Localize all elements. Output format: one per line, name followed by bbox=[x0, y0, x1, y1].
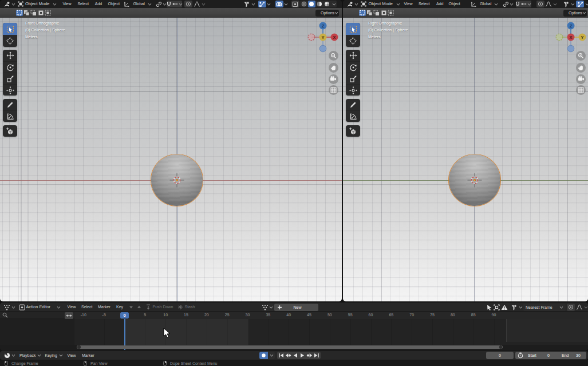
dopesheet-mode-chevron[interactable] bbox=[57, 303, 61, 312]
stash-button[interactable] bbox=[177, 303, 183, 312]
push-down-label[interactable]: Push Down bbox=[153, 303, 173, 312]
snap-pivot-button[interactable] bbox=[503, 0, 514, 8]
object-mode-selector[interactable] bbox=[361, 0, 366, 8]
shading-solid-button[interactable] bbox=[308, 1, 316, 7]
perspective-ortho-button[interactable] bbox=[576, 85, 586, 95]
pan-view-button[interactable] bbox=[576, 63, 586, 73]
current-frame-field[interactable]: 0 bbox=[486, 352, 514, 359]
tool-move-button[interactable] bbox=[3, 50, 17, 61]
dopesheet-mode-label[interactable]: Action Editor bbox=[26, 303, 51, 312]
tool-add-cube-button[interactable] bbox=[346, 125, 360, 137]
tool-move-button[interactable] bbox=[346, 50, 360, 61]
tool-rotate-button[interactable] bbox=[346, 61, 360, 73]
transform-orientation-selector[interactable] bbox=[124, 0, 130, 8]
navigation-gizmo[interactable]: Z Y X bbox=[555, 21, 587, 53]
select-mode-extend-button[interactable] bbox=[23, 10, 30, 17]
select-mode-subtract-button[interactable] bbox=[30, 10, 37, 17]
overlays-dropdown-button[interactable] bbox=[284, 0, 288, 8]
select-mode-intersect-button[interactable] bbox=[388, 10, 394, 17]
action-browse-button[interactable] bbox=[262, 304, 274, 311]
tool-add-cube-button[interactable] bbox=[3, 125, 17, 137]
tool-cursor-button[interactable] bbox=[3, 35, 17, 47]
tool-select-box-button[interactable] bbox=[3, 23, 17, 35]
toggle-xray-button[interactable] bbox=[291, 1, 299, 7]
jump-to-end-button[interactable] bbox=[313, 352, 320, 359]
dopesheet-channels-region[interactable] bbox=[0, 312, 74, 345]
zoom-view-button[interactable] bbox=[329, 51, 338, 61]
tool-scale-button[interactable] bbox=[346, 73, 360, 84]
object-type-visibility-button[interactable] bbox=[563, 0, 575, 8]
dopesheet-falloff-selector[interactable] bbox=[576, 303, 588, 312]
orientation-dropdown-chevron[interactable] bbox=[494, 0, 498, 8]
stash-label[interactable]: Stash bbox=[185, 303, 195, 312]
dopesheet-main-region[interactable] bbox=[74, 319, 588, 345]
show-gizmo-toggle[interactable] bbox=[258, 1, 266, 7]
editor-type-button-dopesheet[interactable] bbox=[3, 303, 15, 312]
proportional-editing-toggle[interactable] bbox=[184, 1, 192, 7]
dopesheet-proportional-toggle[interactable] bbox=[567, 304, 575, 311]
orientation-label[interactable]: Global bbox=[133, 0, 145, 8]
channel-search-field[interactable] bbox=[0, 312, 74, 319]
select-mode-subtract-button[interactable] bbox=[373, 10, 380, 17]
move-channel-up-button[interactable] bbox=[137, 303, 141, 312]
previous-keyframe-button[interactable] bbox=[285, 352, 291, 359]
select-mode-new-button[interactable] bbox=[359, 10, 366, 17]
view-frame-all-button[interactable] bbox=[65, 312, 73, 319]
scrollbar-left-knob[interactable] bbox=[77, 345, 81, 349]
orientation-label[interactable]: Global bbox=[480, 0, 491, 8]
camera-view-button[interactable] bbox=[329, 74, 338, 84]
editor-type-button-timeline[interactable] bbox=[4, 351, 15, 360]
select-mode-extend-button[interactable] bbox=[366, 10, 373, 17]
menu-view[interactable]: View bbox=[404, 0, 413, 8]
tool-rotate-button[interactable] bbox=[3, 61, 17, 73]
object-mode-selector[interactable] bbox=[18, 0, 23, 8]
object-type-visibility-button[interactable] bbox=[243, 0, 255, 8]
menu-keying[interactable]: Keying bbox=[45, 351, 57, 360]
jump-to-start-button[interactable] bbox=[278, 352, 285, 359]
snapping-controls[interactable] bbox=[516, 1, 531, 7]
menu-key[interactable]: Key bbox=[116, 303, 123, 312]
menu-marker[interactable]: Marker bbox=[98, 303, 111, 312]
tool-measure-button[interactable] bbox=[3, 110, 17, 122]
current-frame-badge[interactable]: 0 bbox=[120, 312, 129, 319]
dopesheet-horizontal-scrollbar[interactable] bbox=[77, 345, 503, 349]
gizmo-dropdown-button[interactable] bbox=[267, 0, 271, 8]
scrollbar-right-knob[interactable] bbox=[499, 345, 503, 349]
object-mode-label[interactable]: Object Mode bbox=[369, 0, 393, 8]
tool-options-button[interactable]: Options bbox=[563, 10, 587, 17]
menu-marker[interactable]: Marker bbox=[82, 351, 94, 360]
menu-select[interactable]: Select bbox=[77, 0, 88, 8]
select-mode-invert-button[interactable] bbox=[381, 10, 388, 17]
proportional-falloff-selector[interactable] bbox=[545, 0, 557, 8]
dopesheet-ruler[interactable]: -10-551015202530354045505560657075808590… bbox=[74, 312, 588, 319]
menu-add[interactable]: Add bbox=[95, 0, 102, 8]
proportional-editing-toggle[interactable] bbox=[536, 1, 544, 7]
play-reverse-button[interactable] bbox=[292, 352, 299, 359]
pan-view-button[interactable] bbox=[329, 63, 338, 73]
zoom-view-button[interactable] bbox=[576, 51, 586, 61]
proportional-falloff-selector[interactable] bbox=[194, 0, 206, 8]
menu-view[interactable]: View bbox=[68, 351, 76, 360]
snap-pivot-button[interactable] bbox=[156, 0, 167, 8]
play-button[interactable] bbox=[299, 352, 306, 359]
tool-options-button[interactable]: Options bbox=[315, 10, 339, 17]
start-frame-field[interactable]: Start bbox=[528, 352, 536, 359]
navigation-gizmo[interactable]: Z X Y bbox=[307, 21, 339, 53]
only-show-errors-toggle[interactable] bbox=[501, 303, 508, 312]
editor-type-button-3d-viewport[interactable] bbox=[347, 0, 358, 8]
select-mode-invert-button[interactable] bbox=[38, 10, 45, 17]
orientation-dropdown-chevron[interactable] bbox=[148, 0, 152, 8]
menu-view[interactable]: View bbox=[63, 0, 72, 8]
object-mode-label[interactable]: Object Mode bbox=[25, 0, 50, 8]
shading-wireframe-button[interactable] bbox=[300, 1, 308, 7]
gizmo-dropdown-button[interactable] bbox=[585, 0, 588, 8]
menu-playback[interactable]: Playback bbox=[19, 351, 35, 360]
shading-dropdown-button[interactable] bbox=[331, 1, 337, 7]
playback-chevron[interactable] bbox=[37, 351, 41, 360]
dopesheet-mode-selector[interactable] bbox=[19, 303, 25, 312]
mode-dropdown-chevron[interactable] bbox=[53, 0, 57, 8]
select-mode-intersect-button[interactable] bbox=[45, 10, 52, 17]
tool-cursor-button[interactable] bbox=[346, 35, 360, 47]
select-mode-new-button[interactable] bbox=[16, 10, 23, 17]
end-frame-field[interactable]: End bbox=[562, 352, 569, 359]
